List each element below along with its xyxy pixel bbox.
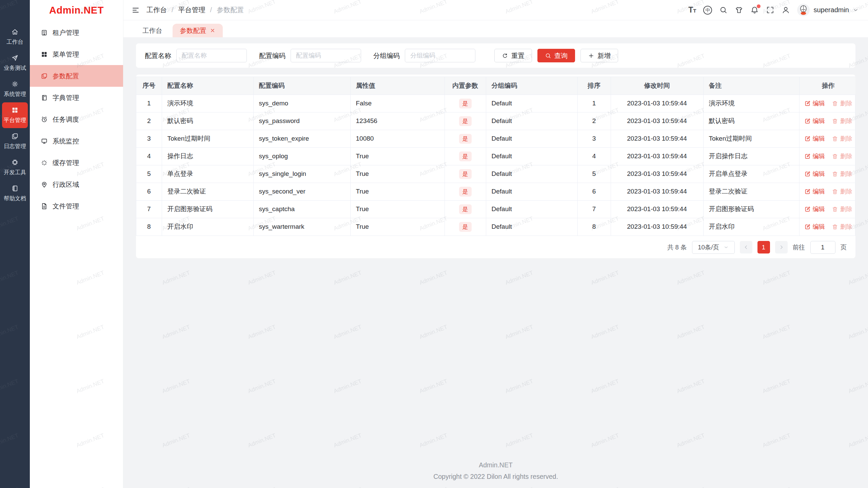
builtin-badge: 是 [459, 222, 472, 232]
edit-button[interactable]: 编辑 [804, 223, 825, 231]
cell-name: 登录二次验证 [162, 183, 253, 200]
cell-actions: 编辑删除 [799, 183, 855, 200]
sidebar-item-4[interactable]: 字典管理 [30, 87, 123, 108]
sidebar-item-1[interactable]: 租户管理 [30, 22, 123, 43]
filter-label: 分组编码 [373, 51, 400, 60]
sidebar-item-3[interactable]: 参数配置 [30, 65, 123, 87]
tab-label: 工作台 [142, 26, 162, 35]
delete-button[interactable]: 删除 [832, 152, 852, 160]
fullscreen-icon[interactable] [766, 6, 774, 14]
sidebar-item-label: 文件管理 [53, 202, 79, 211]
sidebar-item-7[interactable]: 缓存管理 [30, 152, 123, 174]
goto-suffix: 页 [841, 243, 847, 251]
rail-item-2[interactable]: 业务测试 [2, 50, 28, 76]
cell-code: sys_second_ver [253, 183, 350, 200]
cell-actions: 编辑删除 [799, 200, 855, 218]
cell-time: 2023-01-03 10:59:44 [611, 112, 703, 130]
filter-field-2: 配置编码 [259, 49, 361, 62]
rail-item-5[interactable]: 日志管理 [2, 128, 28, 154]
filter-input-1[interactable] [176, 49, 247, 62]
page-size-select[interactable]: 10条/页 [692, 241, 735, 254]
cell-builtin: 是 [445, 130, 486, 147]
loading-icon [41, 159, 48, 166]
pin-icon [41, 181, 48, 188]
cell-actions: 编辑删除 [799, 165, 855, 183]
prev-page-button[interactable] [740, 241, 752, 253]
cell-sort: 8 [577, 218, 611, 236]
delete-button[interactable]: 删除 [832, 117, 852, 125]
user-icon[interactable] [782, 6, 790, 14]
sidebar-item-label: 行政区域 [53, 180, 79, 189]
cell-group: Default [486, 165, 577, 183]
user-menu[interactable]: superadmin [797, 4, 859, 16]
edit-button[interactable]: 编辑 [804, 187, 825, 196]
edit-button[interactable]: 编辑 [804, 170, 825, 178]
edit-button[interactable]: 编辑 [804, 117, 825, 125]
tab-2[interactable]: 参数配置 [173, 24, 223, 37]
rail-item-4[interactable]: 平台管理 [2, 102, 28, 128]
column-header: 属性值 [350, 77, 445, 95]
rail-item-7[interactable]: 帮助文档 [2, 181, 28, 206]
cell-name: 操作日志 [162, 147, 253, 165]
sidebar-item-2[interactable]: 菜单管理 [30, 43, 123, 65]
column-header: 内置参数 [445, 77, 486, 95]
filter-field-1: 配置名称 [145, 49, 247, 62]
filter-input-2[interactable] [291, 49, 361, 62]
edit-button[interactable]: 编辑 [804, 135, 825, 143]
cell-no: 1 [136, 95, 162, 112]
sidebar-item-9[interactable]: 文件管理 [30, 195, 123, 217]
cell-remark: 开启操作日志 [703, 147, 799, 165]
builtin-badge: 是 [459, 134, 472, 144]
rail-item-1[interactable]: 工作台 [2, 24, 28, 50]
chevron-down-icon [853, 7, 859, 13]
delete-button[interactable]: 删除 [832, 205, 852, 213]
copy-icon [41, 73, 48, 80]
filter-input-3[interactable] [405, 49, 475, 62]
collapse-menu-icon[interactable] [132, 6, 140, 14]
add-button[interactable]: 新增 [580, 49, 618, 62]
mascot-logo-icon[interactable] [0, 0, 30, 24]
delete-button[interactable]: 删除 [832, 170, 852, 178]
column-header: 排序 [577, 77, 611, 95]
reset-button[interactable]: 重置 [494, 49, 532, 62]
notification-icon[interactable] [750, 6, 759, 14]
config-table-card: 序号配置名称配置编码属性值内置参数分组编码排序修改时间备注操作 1演示环境sys… [136, 75, 855, 258]
alarm-icon [41, 116, 48, 123]
edit-button[interactable]: 编辑 [804, 205, 825, 213]
query-button[interactable]: 查询 [537, 49, 575, 62]
rail-item-3[interactable]: 系统管理 [2, 76, 28, 102]
delete-button[interactable]: 删除 [832, 187, 852, 196]
edit-button[interactable]: 编辑 [804, 152, 825, 160]
delete-button[interactable]: 删除 [832, 99, 852, 107]
font-size-icon[interactable]: TT [688, 6, 696, 14]
delete-button[interactable]: 删除 [832, 223, 852, 231]
table-row: 6登录二次验证sys_second_verTrue是Default62023-0… [136, 183, 855, 200]
table-row: 7开启图形验证码sys_captchaTrue是Default72023-01-… [136, 200, 855, 218]
theme-icon[interactable] [735, 6, 743, 14]
close-tab-icon[interactable] [210, 28, 215, 33]
table-row: 2默认密码sys_password123456是Default22023-01-… [136, 112, 855, 130]
search-icon[interactable] [719, 6, 728, 14]
sidebar-menu: 租户管理菜单管理参数配置字典管理任务调度系统监控缓存管理行政区域文件管理 [30, 20, 123, 217]
rail-item-label: 系统管理 [4, 90, 26, 98]
rail-item-6[interactable]: 开发工具 [2, 155, 28, 180]
tab-1[interactable]: 工作台 [135, 24, 170, 37]
sidebar-item-8[interactable]: 行政区域 [30, 174, 123, 195]
sidebar-item-5[interactable]: 任务调度 [30, 108, 123, 130]
page-number-button[interactable]: 1 [757, 241, 770, 253]
breadcrumb-item[interactable]: 工作台 [146, 5, 167, 15]
goto-page-input[interactable] [810, 241, 835, 254]
cell-code: sys_single_login [253, 165, 350, 183]
language-icon[interactable]: 中 [703, 6, 712, 15]
sidebar-item-6[interactable]: 系统监控 [30, 130, 123, 152]
sidebar-item-label: 任务调度 [53, 115, 79, 124]
cell-actions: 编辑删除 [799, 112, 855, 130]
cell-builtin: 是 [445, 218, 486, 236]
breadcrumb-item[interactable]: 平台管理 [178, 5, 205, 15]
column-header: 备注 [703, 77, 799, 95]
next-page-button[interactable] [775, 241, 788, 253]
cell-remark: 演示环境 [703, 95, 799, 112]
cell-name: 开启水印 [162, 218, 253, 236]
delete-button[interactable]: 删除 [832, 135, 852, 143]
edit-button[interactable]: 编辑 [804, 99, 825, 107]
